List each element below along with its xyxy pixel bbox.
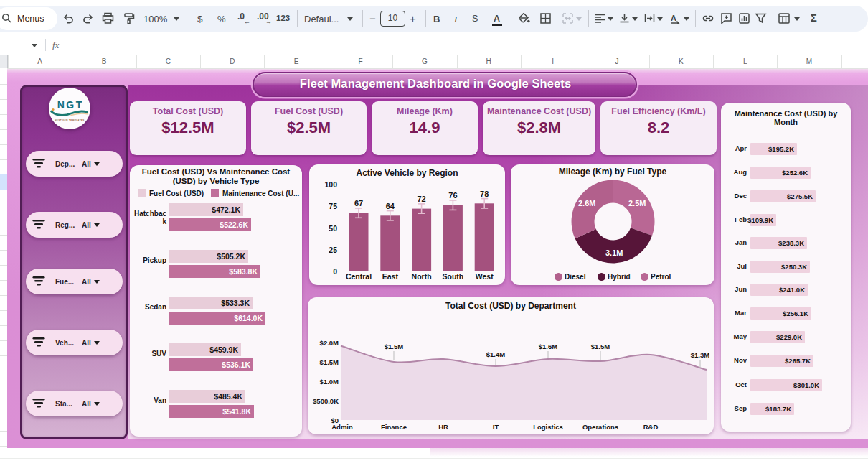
svg-text:NEXT GEN TEMPLATES: NEXT GEN TEMPLATES	[55, 118, 84, 121]
svg-text:A: A	[671, 14, 676, 22]
